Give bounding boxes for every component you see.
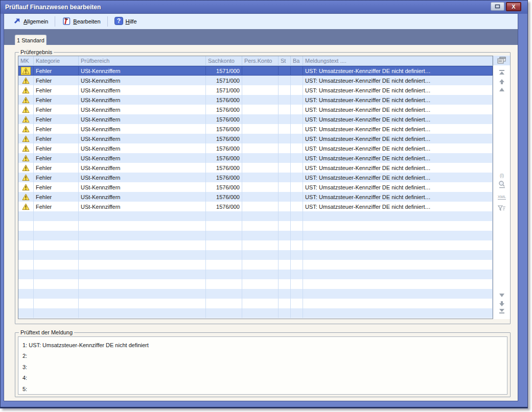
empty-cell — [242, 289, 279, 299]
svg-text:?: ? — [117, 17, 120, 25]
table-row[interactable]: FehlerUSt-Kennziffern1576/000UST: Umsatz… — [18, 182, 493, 192]
empty-cell — [34, 250, 79, 260]
cell-pruefbereich: USt-Kennziffern — [79, 202, 206, 211]
column-header-pruefbereich[interactable]: Prüfbereich — [79, 56, 206, 65]
cell-st — [279, 134, 291, 143]
empty-cell — [79, 240, 206, 250]
empty-cell — [279, 308, 291, 318]
cell-pers_konto — [242, 153, 279, 163]
cell-kategorie: Fehler — [34, 173, 79, 182]
column-header-st[interactable]: St — [279, 56, 291, 65]
cell-st — [279, 105, 291, 114]
cell-sachkonto: 1576/000 — [206, 192, 242, 202]
table-row[interactable]: FehlerUSt-Kennziffern1576/000UST: Umsatz… — [18, 124, 493, 134]
cell-pruefbereich: USt-Kennziffern — [79, 163, 206, 173]
table-row[interactable]: FehlerUSt-Kennziffern1576/000UST: Umsatz… — [18, 143, 493, 153]
table-row[interactable]: FehlerUSt-Kennziffern1576/000UST: Umsatz… — [18, 105, 493, 114]
help-icon: ? — [114, 17, 123, 26]
empty-cell — [279, 240, 291, 250]
cell-pers_konto — [242, 182, 279, 192]
column-chooser-icon[interactable] — [497, 57, 506, 65]
maximize-button[interactable] — [491, 2, 504, 11]
empty-cell — [291, 260, 303, 270]
column-header-kategorie[interactable]: Kategorie — [34, 56, 79, 65]
cell-ba — [291, 192, 303, 202]
warning-icon — [21, 174, 31, 182]
cell-pruefbereich: USt-Kennziffern — [79, 134, 206, 143]
cell-sachkonto: 1576/000 — [206, 95, 242, 105]
column-header-pers_konto[interactable]: Pers.Konto — [242, 56, 279, 65]
cell-mk — [18, 163, 34, 173]
window-title: Prüflauf Finanzwesen bearbeiten — [1, 4, 101, 11]
table-row[interactable]: FehlerUSt-Kennziffern1576/000UST: Umsatz… — [18, 173, 493, 182]
empty-cell — [303, 299, 493, 308]
filter-icon[interactable] — [497, 204, 507, 213]
cell-mk — [18, 85, 34, 95]
close-button[interactable]: X — [506, 2, 521, 11]
warning-icon — [21, 115, 31, 124]
cell-meldungstext: UST: Umsatzsteuer-Kennziffer DE nicht de… — [303, 95, 493, 105]
cell-pruefbereich: USt-Kennziffern — [79, 192, 206, 202]
tab-standard[interactable]: 1 Standard — [15, 35, 47, 45]
warning-icon — [21, 193, 31, 201]
cell-mk — [18, 173, 34, 182]
empty-cell — [18, 231, 34, 240]
table-row[interactable]: FehlerUSt-Kennziffern1576/000UST: Umsatz… — [18, 95, 493, 105]
scroll-top-icon[interactable] — [497, 67, 507, 77]
hilfe-button[interactable]: ?Hilfe — [111, 15, 140, 28]
empty-cell — [18, 289, 34, 299]
table-row[interactable]: FehlerUSt-Kennziffern1571/000UST: Umsatz… — [18, 85, 493, 95]
cell-meldungstext: UST: Umsatzsteuer-Kennziffer DE nicht de… — [303, 76, 493, 85]
empty-cell — [242, 231, 279, 240]
cell-ba — [291, 114, 303, 124]
code-brackets-icon[interactable]: (l) — [497, 171, 507, 180]
empty-cell — [303, 308, 493, 318]
empty-cell — [34, 260, 79, 270]
empty-cell — [279, 260, 291, 270]
warning-icon — [21, 154, 31, 162]
table-row[interactable]: FehlerUSt-Kennziffern1576/000UST: Umsatz… — [18, 153, 493, 163]
bearbeiten-button[interactable]: Bearbeiten — [59, 15, 103, 28]
table-row[interactable]: FehlerUSt-Kennziffern1576/000UST: Umsatz… — [18, 192, 493, 202]
cell-ba — [291, 85, 303, 95]
title-bar[interactable]: Prüflauf Finanzwesen bearbeiten X — [1, 1, 527, 14]
prueftext-panel[interactable]: 1: UST: Umsatzsteuer-Kennziffer DE nicht… — [18, 336, 507, 395]
empty-cell — [34, 299, 79, 308]
table-row[interactable]: FehlerUSt-Kennziffern1576/000UST: Umsatz… — [18, 163, 493, 173]
column-header-mk[interactable]: MK — [18, 56, 34, 65]
table-row[interactable]: FehlerUSt-Kennziffern1576/000UST: Umsatz… — [18, 202, 493, 211]
xml-icon[interactable]: XML — [497, 192, 507, 202]
empty-cell — [79, 289, 206, 299]
column-header-sachkonto[interactable]: Sachkonto — [206, 56, 242, 65]
cell-st — [279, 85, 291, 95]
cell-pers_konto — [242, 163, 279, 173]
cell-pruefbereich: USt-Kennziffern — [79, 114, 206, 124]
window-controls: X — [491, 2, 521, 11]
empty-cell — [303, 279, 493, 289]
cell-meldungstext: UST: Umsatzsteuer-Kennziffer DE nicht de… — [303, 182, 493, 192]
empty-cell — [34, 279, 79, 289]
table-row[interactable]: FehlerUSt-Kennziffern1571/000UST: Umsatz… — [18, 76, 493, 85]
empty-cell — [303, 231, 493, 240]
empty-cell — [242, 308, 279, 318]
empty-cell — [242, 270, 279, 279]
search-icon[interactable] — [497, 180, 507, 189]
cell-pers_konto — [242, 143, 279, 153]
cell-mk — [18, 192, 34, 202]
cell-mk — [18, 114, 34, 124]
table-row[interactable]: FehlerUSt-Kennziffern1576/000UST: Umsatz… — [18, 134, 493, 143]
table-row[interactable]: FehlerUSt-Kennziffern1576/000UST: Umsatz… — [18, 114, 493, 124]
cell-kategorie: Fehler — [34, 192, 79, 202]
cell-mk — [18, 76, 34, 85]
scroll-bottom-icon[interactable] — [497, 306, 507, 316]
table-row[interactable]: FehlerUSt-Kennziffern1571/000UST: Umsatz… — [18, 66, 493, 76]
empty-cell — [279, 299, 291, 308]
empty-cell — [242, 250, 279, 260]
empty-cell — [206, 279, 242, 289]
column-header-meldungstext[interactable]: Meldungstext .... — [303, 56, 493, 65]
empty-cell — [18, 299, 34, 308]
allgemein-button[interactable]: Allgemein — [10, 16, 51, 27]
empty-cell — [279, 211, 291, 221]
column-header-ba[interactable]: Ba — [291, 56, 303, 65]
scroll-up-icon[interactable] — [497, 85, 507, 94]
